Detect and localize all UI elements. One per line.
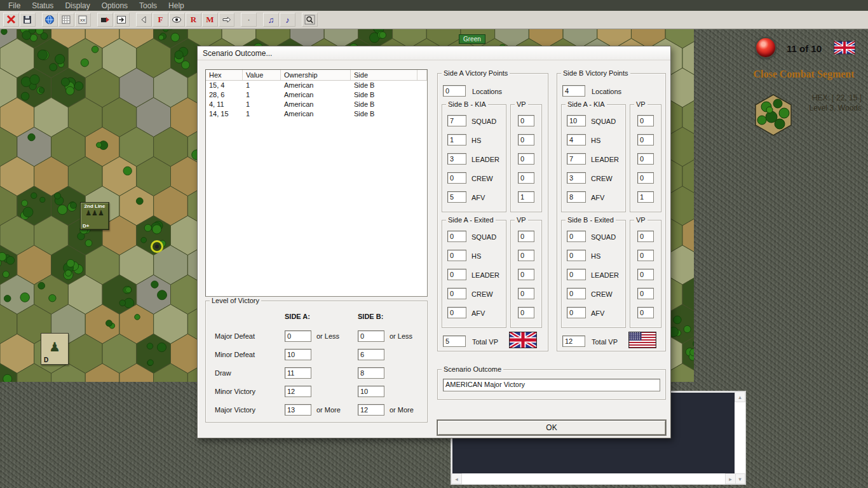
next-stack-button[interactable] — [114, 13, 130, 27]
side-a-kia-crew-value[interactable]: 0 — [447, 172, 466, 184]
side-b-kia-hs-value[interactable]: 4 — [567, 134, 586, 146]
menu-status[interactable]: Status — [26, 1, 59, 11]
side-a-kia-squad-value[interactable]: 7 — [447, 115, 466, 126]
side-a-exited-afv-value[interactable]: 0 — [447, 307, 466, 318]
unit-counter-2nd-line[interactable]: 2nd Line ♟♟♟ D+ — [80, 202, 109, 230]
lov-side-b-value[interactable]: 6 — [358, 349, 384, 360]
side-a-exited-crew-value[interactable]: 0 — [447, 288, 466, 299]
side-a-kia-leader-value[interactable]: 3 — [447, 153, 466, 165]
menu-options[interactable]: Options — [96, 1, 133, 11]
side-a-locations-value[interactable]: 0 — [443, 85, 466, 97]
zoom-button[interactable] — [302, 13, 318, 27]
scroll-down-button[interactable]: ▾ — [735, 473, 745, 484]
side-a-exited-crew-vp[interactable]: 0 — [518, 288, 534, 299]
ok-button[interactable]: OK — [437, 420, 666, 435]
lov-side-a-value[interactable]: 11 — [285, 367, 311, 379]
lov-side-b-value[interactable]: 0 — [358, 330, 384, 342]
side-b-kia-afv-value[interactable]: 8 — [567, 191, 586, 203]
column-header-side[interactable]: Side — [351, 70, 417, 80]
table-row[interactable]: 28, 61AmericanSide B — [206, 90, 427, 100]
previous-phase-button[interactable] — [136, 13, 152, 27]
sound-button[interactable]: ♫ — [263, 13, 279, 27]
menu-tools[interactable]: Tools — [133, 1, 163, 11]
victory-locations-table[interactable]: HexValueOwnershipSide 15, 41AmericanSide… — [205, 69, 428, 297]
view-button[interactable] — [169, 13, 185, 27]
side-a-kia-hs-vp[interactable]: 0 — [518, 134, 534, 146]
side-a-exited-hs-value[interactable]: 0 — [447, 250, 466, 261]
marker-button[interactable]: · — [241, 13, 257, 27]
side-a-total-vp-value[interactable]: 5 — [443, 336, 466, 347]
side-b-kia-leader-value[interactable]: 7 — [567, 153, 586, 165]
side-b-kia-squad-value[interactable]: 10 — [567, 115, 586, 126]
unit-counter-d[interactable]: ♟ D — [41, 333, 69, 365]
column-header-ownership[interactable]: Ownership — [281, 70, 351, 80]
scroll-left-button[interactable]: ◂ — [451, 473, 462, 484]
lov-side-b-value[interactable]: 10 — [358, 386, 384, 397]
side-b-exited-afv-vp[interactable]: 0 — [637, 307, 654, 318]
rally-mode-button[interactable]: R — [186, 13, 201, 27]
side-b-kia-crew-value[interactable]: 3 — [567, 172, 586, 184]
side-b-kia-hs-vp[interactable]: 0 — [637, 134, 654, 146]
side-a-exited-leader-vp[interactable]: 0 — [518, 269, 534, 280]
lov-side-a-value[interactable]: 0 — [285, 330, 311, 342]
scroll-up-button[interactable]: ▴ — [735, 391, 745, 402]
side-b-exited-leader-value[interactable]: 0 — [567, 269, 586, 280]
lov-side-b-value[interactable]: 12 — [358, 404, 384, 416]
dialog-title[interactable]: Scenario Outcome... — [198, 46, 670, 60]
side-b-kia-crew-vp[interactable]: 0 — [637, 172, 654, 184]
lov-side-b-value[interactable]: 8 — [358, 367, 384, 379]
scrollbar-track[interactable] — [462, 473, 725, 484]
side-a-exited-squad-value[interactable]: 0 — [447, 231, 466, 242]
lov-side-a-value[interactable]: 12 — [285, 386, 311, 397]
side-b-exited-crew-vp[interactable]: 0 — [637, 288, 654, 299]
side-b-exited-hs-value[interactable]: 0 — [567, 250, 586, 261]
menu-help[interactable]: Help — [163, 1, 190, 11]
side-a-exited-squad-vp[interactable]: 0 — [518, 231, 534, 242]
scrollbar-track[interactable] — [735, 402, 745, 473]
side-a-kia-squad-vp[interactable]: 0 — [518, 115, 534, 126]
side-b-total-vp-value[interactable]: 12 — [562, 336, 585, 347]
side-a-kia-leader-vp[interactable]: 0 — [518, 153, 534, 165]
side-b-exited-leader-vp[interactable]: 0 — [637, 269, 654, 280]
column-header-hex[interactable]: Hex — [206, 70, 243, 80]
group-title: Level of Victory — [210, 297, 261, 304]
vertical-scrollbar[interactable]: ▴ ▾ — [735, 391, 745, 484]
table-row[interactable]: 4, 111AmericanSide B — [206, 100, 427, 109]
world-map-button[interactable] — [42, 13, 58, 27]
column-header-value[interactable]: Value — [243, 70, 281, 80]
side-b-kia-leader-vp[interactable]: 0 — [637, 153, 654, 165]
scroll-right-button[interactable]: ▸ — [725, 473, 736, 484]
side-b-kia-squad-vp[interactable]: 0 — [637, 115, 654, 126]
side-a-exited-hs-vp[interactable]: 0 — [518, 250, 534, 261]
grid-button[interactable] — [58, 13, 74, 27]
lov-side-a-value[interactable]: 10 — [285, 349, 311, 360]
move-mode-button[interactable]: M — [202, 13, 218, 27]
side-a-exited-leader-value[interactable]: 0 — [447, 269, 466, 280]
fire-mode-button[interactable]: F — [153, 13, 168, 27]
roster-button[interactable]: xx — [75, 13, 91, 27]
menu-file[interactable]: File — [3, 1, 26, 11]
side-a-exited-afv-vp[interactable]: 0 — [518, 307, 534, 318]
side-b-kia-afv-vp[interactable]: 1 — [637, 191, 654, 203]
side-a-kia-crew-vp[interactable]: 0 — [518, 172, 534, 184]
side-b-exited-squad-value[interactable]: 0 — [567, 231, 586, 242]
music-button[interactable]: ♪ — [280, 13, 295, 27]
unit-type-label: SQUAD — [591, 233, 616, 241]
advance-button[interactable] — [219, 13, 234, 27]
lov-side-a-value[interactable]: 13 — [285, 404, 311, 416]
side-b-exited-crew-value[interactable]: 0 — [567, 288, 586, 299]
horizontal-scrollbar[interactable]: ◂ ▸ — [451, 473, 736, 484]
menu-display[interactable]: Display — [59, 1, 95, 11]
close-button[interactable] — [3, 13, 19, 27]
side-a-kia-hs-value[interactable]: 1 — [447, 134, 466, 146]
table-row[interactable]: 14, 151AmericanSide B — [206, 109, 427, 119]
table-row[interactable]: 15, 41AmericanSide B — [206, 81, 427, 90]
save-button[interactable] — [20, 13, 36, 27]
side-b-exited-hs-vp[interactable]: 0 — [637, 250, 654, 261]
side-b-locations-value[interactable]: 4 — [562, 85, 585, 97]
side-b-exited-squad-vp[interactable]: 0 — [637, 231, 654, 242]
side-a-kia-afv-value[interactable]: 5 — [447, 191, 466, 203]
side-b-exited-afv-value[interactable]: 0 — [567, 307, 586, 318]
side-a-kia-afv-vp[interactable]: 1 — [518, 191, 534, 203]
jump-to-unit-button[interactable] — [97, 13, 113, 27]
